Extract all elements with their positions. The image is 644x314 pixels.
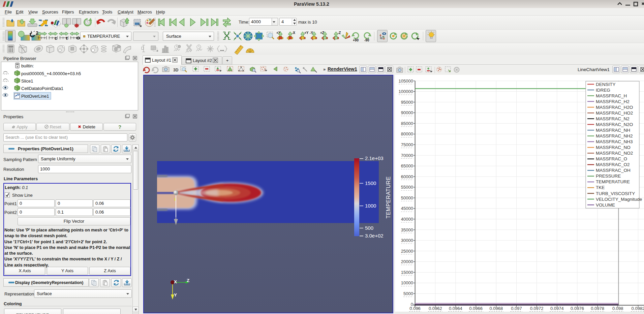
svg-text:-90: -90 (364, 38, 369, 42)
svg-text:1000: 1000 (365, 203, 376, 209)
svg-text:0.098: 0.098 (612, 306, 623, 311)
svg-text:MASSFRAC_NO2: MASSFRAC_NO2 (596, 151, 633, 156)
svg-text:TEMPERATURE: TEMPERATURE (386, 176, 391, 218)
svg-text:0.0968: 0.0968 (489, 306, 503, 311)
svg-text:MASSFRAC_NH3: MASSFRAC_NH3 (596, 139, 633, 144)
svg-text:0.0978: 0.0978 (591, 306, 604, 311)
svg-text:t: t (66, 36, 68, 41)
svg-text:500: 500 (365, 225, 373, 231)
svg-text:0.0974: 0.0974 (550, 306, 564, 311)
svg-text:VELOCITY_Magnitude: VELOCITY_Magnitude (596, 197, 642, 202)
svg-text:IDREG: IDREG (596, 88, 610, 93)
svg-text:X: X (174, 279, 177, 284)
svg-text:0.0966: 0.0966 (469, 306, 483, 311)
svg-text:0.0972: 0.0972 (530, 306, 544, 311)
svg-text:0.0976: 0.0976 (571, 306, 584, 311)
svg-text:MASSFRAC_N2O: MASSFRAC_N2O (596, 122, 633, 127)
svg-text:-X: -X (292, 31, 295, 35)
svg-text:80000: 80000 (401, 131, 413, 136)
svg-text:3D: 3D (173, 68, 179, 72)
svg-text:VOLUME: VOLUME (596, 202, 615, 208)
svg-text:3.0e+02: 3.0e+02 (365, 233, 384, 239)
svg-text:MASSFRAC_O: MASSFRAC_O (596, 156, 627, 161)
svg-text:85000: 85000 (401, 121, 413, 126)
svg-text:MASSFRAC_HO2: MASSFRAC_HO2 (596, 111, 633, 116)
svg-text:TEMPERATURE: TEMPERATURE (596, 179, 630, 184)
svg-text:builtin:: builtin: (21, 63, 34, 68)
svg-text:45000: 45000 (401, 206, 413, 211)
svg-text:105000: 105000 (399, 78, 413, 84)
svg-text:DENSITY: DENSITY (596, 82, 616, 87)
svg-text:90000: 90000 (401, 110, 413, 115)
svg-text:2.1e+03: 2.1e+03 (365, 155, 384, 161)
svg-text:100000: 100000 (399, 89, 413, 94)
svg-text:0.0964: 0.0964 (449, 306, 462, 311)
svg-text:MASSFRAC_NH2: MASSFRAC_NH2 (596, 133, 633, 138)
svg-text:MASSFRAC_NO: MASSFRAC_NO (596, 145, 631, 150)
svg-text:0.096: 0.096 (409, 306, 421, 311)
svg-text:c: c (55, 36, 57, 41)
svg-text:30000: 30000 (401, 238, 413, 243)
svg-text:95000: 95000 (401, 100, 413, 105)
svg-text:65000: 65000 (401, 163, 413, 168)
svg-text:75000: 75000 (401, 142, 413, 147)
svg-text:MASSFRAC_H: MASSFRAC_H (596, 93, 627, 98)
svg-text:40000: 40000 (401, 217, 413, 222)
svg-text:MASSFRAC_OH: MASSFRAC_OH (596, 168, 631, 173)
svg-text:50000: 50000 (401, 195, 413, 200)
svg-text:0.0962: 0.0962 (429, 306, 442, 311)
svg-text:10000: 10000 (401, 280, 413, 285)
svg-text:Slice1: Slice1 (21, 78, 33, 84)
svg-text:MASSFRAC_N2: MASSFRAC_N2 (596, 116, 630, 121)
svg-text:MASSFRAC_O2: MASSFRAC_O2 (596, 162, 630, 167)
svg-text:15000: 15000 (401, 270, 413, 275)
svg-text:MASSFRAC_NH: MASSFRAC_NH (596, 128, 630, 133)
svg-text:CellDatatoPointData1: CellDatatoPointData1 (21, 86, 63, 91)
svg-text:MASSFRAC_H2O: MASSFRAC_H2O (596, 105, 633, 110)
svg-text:55000: 55000 (401, 185, 413, 190)
svg-text:Z: Z (187, 278, 189, 283)
svg-text:TKE: TKE (596, 185, 605, 190)
svg-text:0.097: 0.097 (511, 306, 522, 311)
svg-text:-Z: -Z (338, 31, 341, 35)
svg-text:25000: 25000 (401, 249, 413, 254)
svg-text:20000: 20000 (401, 259, 413, 264)
svg-text:+Y: +Y (304, 31, 309, 35)
svg-text:1500: 1500 (365, 180, 376, 186)
svg-text:Y: Y (174, 292, 177, 297)
svg-text:60000: 60000 (401, 174, 413, 179)
svg-text:70000: 70000 (401, 153, 413, 158)
svg-text:35000: 35000 (401, 227, 413, 232)
svg-text:0.0982: 0.0982 (632, 306, 644, 311)
svg-text:PRESSURE: PRESSURE (596, 174, 621, 179)
svg-text:PlotOverLine1: PlotOverLine1 (21, 94, 49, 99)
svg-text:+90: +90 (353, 38, 359, 42)
svg-text:TURB_VISCOSITY: TURB_VISCOSITY (596, 191, 635, 196)
svg-text:5000: 5000 (403, 291, 413, 296)
svg-text:MASSFRAC_H2: MASSFRAC_H2 (596, 99, 630, 104)
svg-text:post000005_+4.00000e+03.h5: post000005_+4.00000e+03.h5 (21, 71, 81, 76)
